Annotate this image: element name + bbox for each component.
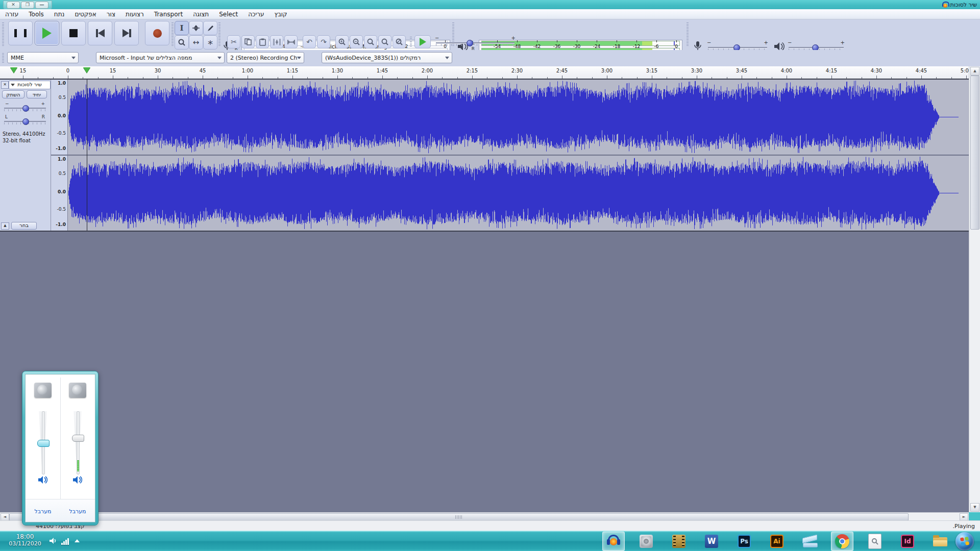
- zoom-in-button[interactable]: [335, 35, 349, 48]
- copy-button[interactable]: [241, 35, 255, 48]
- play-button[interactable]: [35, 21, 59, 45]
- taskbar-icon-scanner[interactable]: [798, 532, 821, 551]
- open-mixer-link[interactable]: מערבל: [60, 508, 95, 515]
- toolbar-grip[interactable]: [410, 37, 412, 47]
- vertical-scale-left[interactable]: 1.00.50.0-0.5-1.0: [51, 80, 68, 155]
- toolbar-grip[interactable]: [218, 22, 220, 47]
- toolbar-grip[interactable]: [2, 53, 4, 63]
- close-window-button[interactable]: ✕: [7, 2, 20, 9]
- taskbar-icon-audacity[interactable]: [602, 532, 625, 551]
- volume-slider-thumb[interactable]: [72, 435, 84, 442]
- scroll-right-arrow[interactable]: ►: [960, 513, 968, 521]
- zoom-out-button[interactable]: [350, 35, 363, 48]
- taskbar-icon-illustrator[interactable]: Ai: [766, 532, 788, 551]
- horizontal-scrollbar[interactable]: ◄ ►: [0, 512, 969, 520]
- silence-audio-button[interactable]: [284, 35, 298, 48]
- volume-slider-thumb[interactable]: [37, 440, 50, 447]
- menu-item[interactable]: צור: [102, 10, 120, 19]
- taskbar-icon-media-player[interactable]: [635, 532, 657, 551]
- tray-network-icon[interactable]: [61, 538, 69, 545]
- track-close-button[interactable]: ✕: [1, 81, 9, 89]
- selection-tool-button[interactable]: I: [175, 21, 189, 35]
- redo-button[interactable]: ↷: [317, 35, 330, 48]
- minimize-window-button[interactable]: —: [35, 2, 48, 9]
- timeshift-tool-button[interactable]: ↔: [189, 35, 203, 49]
- timeline-ruler[interactable]: 1501530451:001:151:301:452:002:152:302:4…: [0, 66, 969, 79]
- draw-tool-button[interactable]: [203, 21, 217, 35]
- scroll-up-arrow[interactable]: ▲: [970, 67, 979, 76]
- speaker-icon[interactable]: [38, 475, 48, 484]
- menu-item[interactable]: Transport: [149, 10, 188, 19]
- toolbar-grip[interactable]: [2, 22, 4, 47]
- menu-item[interactable]: רצועות: [120, 10, 149, 19]
- pause-button[interactable]: [8, 21, 33, 45]
- taskbar-icon-folder[interactable]: [929, 532, 951, 551]
- taskbar-icon-search[interactable]: [864, 532, 886, 551]
- start-button[interactable]: [955, 532, 974, 550]
- track-collapse-button[interactable]: ▲: [1, 222, 9, 230]
- skip-to-start-button[interactable]: [88, 21, 112, 45]
- restore-window-button[interactable]: ❐: [21, 2, 34, 9]
- scroll-down-arrow[interactable]: ▼: [970, 503, 979, 512]
- open-mixer-link[interactable]: מערבל: [26, 508, 60, 515]
- gain-slider[interactable]: − +: [4, 101, 46, 112]
- skip-to-end-button[interactable]: [114, 21, 139, 45]
- menu-item[interactable]: נתח: [49, 10, 70, 19]
- speaker-icon[interactable]: [72, 475, 83, 484]
- taskbar-icon-movie-maker[interactable]: [668, 532, 690, 551]
- toolbar-grip[interactable]: [172, 22, 174, 47]
- audio-host-select[interactable]: MME: [7, 52, 79, 63]
- slider-thumb[interactable]: [22, 118, 29, 125]
- vertical-scroll-thumb[interactable]: [970, 76, 979, 230]
- cut-button[interactable]: ✂: [227, 35, 240, 48]
- recording-channels-select[interactable]: 2 (Stereo) Recording Ch: [227, 52, 304, 63]
- solo-button[interactable]: יחיד: [27, 90, 47, 98]
- envelope-tool-button[interactable]: [189, 21, 203, 35]
- menu-item[interactable]: תצוגה: [188, 10, 214, 19]
- stop-button[interactable]: [61, 21, 86, 45]
- scroll-left-arrow[interactable]: ◄: [1, 513, 9, 521]
- waveform-right-channel[interactable]: [68, 156, 969, 231]
- menu-item[interactable]: Tools: [23, 10, 49, 19]
- slider-thumb[interactable]: [467, 40, 473, 46]
- waveform-left-channel[interactable]: [68, 80, 969, 155]
- thumb-grip: [455, 515, 462, 519]
- tray-volume-icon[interactable]: [49, 537, 57, 544]
- menu-item[interactable]: קובץ: [269, 10, 292, 19]
- track-name-dropdown[interactable]: שיר לסוכות: [9, 81, 51, 89]
- pan-slider[interactable]: L R: [4, 114, 46, 126]
- taskbar-icon-photoshop[interactable]: Ps: [733, 532, 755, 551]
- menu-item[interactable]: Select: [214, 10, 243, 19]
- taskbar-clock[interactable]: 18:00 03/11/2020: [7, 533, 43, 547]
- vertical-scrollbar[interactable]: ▲ ▼: [969, 66, 980, 512]
- multi-tool-button[interactable]: *: [203, 35, 217, 49]
- fit-project-button[interactable]: [378, 35, 391, 48]
- vertical-scale-right[interactable]: 1.00.50.0-0.5-1.0: [51, 156, 68, 231]
- undo-button[interactable]: ↶: [303, 35, 316, 48]
- zoom-tool-button[interactable]: [175, 35, 189, 49]
- mute-button[interactable]: השתק: [2, 90, 24, 98]
- horizontal-scroll-thumb[interactable]: [9, 513, 909, 521]
- taskbar-icon-chrome[interactable]: [831, 532, 853, 551]
- fit-selection-button[interactable]: [364, 35, 377, 48]
- play-meter-db-label: -24: [593, 44, 601, 49]
- playhead-marker-icon[interactable]: [10, 67, 17, 73]
- play-at-speed-button[interactable]: [414, 35, 431, 48]
- play-speed-slider[interactable]: − +: [435, 35, 516, 47]
- playback-device-select[interactable]: רמקולים (WsAudioDevice_383S(1)): [322, 52, 452, 63]
- track-select-button[interactable]: בחר: [11, 222, 37, 230]
- toolbar-grip[interactable]: [687, 22, 689, 47]
- taskbar-icon-indesign[interactable]: Id: [896, 532, 919, 551]
- slider-thumb[interactable]: [22, 105, 29, 112]
- playhead-marker-icon[interactable]: [83, 67, 90, 73]
- tray-show-hidden-icon[interactable]: [75, 539, 80, 542]
- menu-item[interactable]: עזרה: [0, 10, 23, 19]
- zoom-toggle-button[interactable]: [393, 35, 406, 48]
- record-button[interactable]: [145, 21, 169, 45]
- menu-item[interactable]: עריכה: [243, 10, 269, 19]
- menu-item[interactable]: אפקטים: [69, 10, 101, 19]
- taskbar-icon-word[interactable]: W: [700, 532, 723, 551]
- recording-device-select[interactable]: ממפה הצלילים של Microsoft - Input: [96, 52, 225, 63]
- trim-audio-button[interactable]: [270, 35, 283, 48]
- paste-button[interactable]: [256, 35, 269, 48]
